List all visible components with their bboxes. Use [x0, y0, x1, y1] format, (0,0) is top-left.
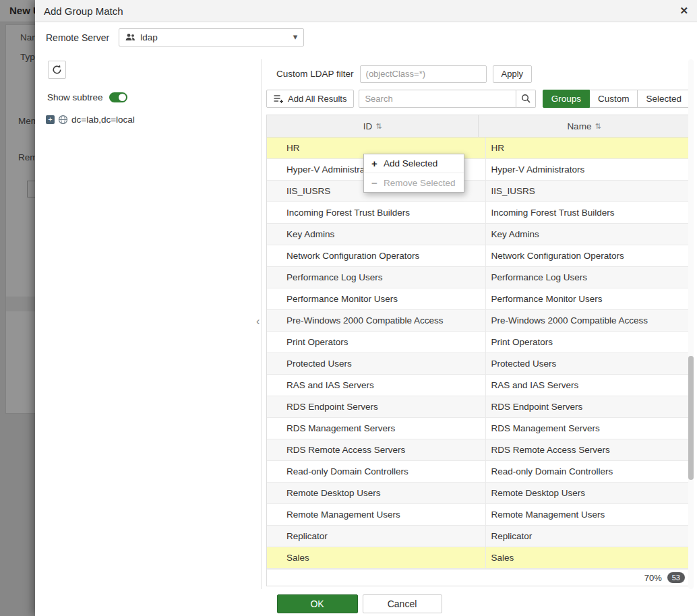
remote-server-value: ldap [140, 32, 158, 42]
ok-button[interactable]: OK [277, 594, 358, 613]
add-all-results-button[interactable]: Add All Results [266, 90, 354, 108]
cell-name: IIS_IUSRS [486, 181, 690, 202]
remote-server-label: Remote Server [46, 32, 109, 43]
cell-id: Key Admins [267, 224, 486, 245]
cell-name: RDS Management Servers [486, 418, 690, 439]
table-row[interactable]: Remote Desktop UsersRemote Desktop Users [267, 483, 690, 504]
remote-server-row: Remote Server ldap ▾ [46, 28, 304, 47]
add-group-match-dialog: Add Group Match ✕ Remote Server ldap ▾ S… [35, 0, 697, 616]
cell-id: Remote Desktop Users [267, 483, 486, 503]
cell-id: Print Operators [267, 332, 486, 352]
cell-name: Remote Desktop Users [486, 483, 690, 503]
cell-id: RAS and IAS Servers [267, 375, 486, 396]
cell-name: Network Configuration Operators [486, 245, 690, 266]
search-button[interactable] [516, 90, 536, 108]
refresh-icon [52, 65, 62, 75]
cancel-button[interactable]: Cancel [363, 594, 442, 613]
cell-name: Performance Monitor Users [486, 288, 690, 309]
table-row[interactable]: SalesSales [267, 547, 690, 569]
chevron-down-icon: ▾ [293, 32, 298, 42]
cell-name: HR [486, 137, 690, 158]
context-menu-add-selected[interactable]: + Add Selected [364, 154, 464, 173]
search-icon [521, 94, 531, 103]
table-row[interactable]: Key AdminsKey Admins [267, 224, 690, 245]
result-count-badge: 53 [667, 572, 685, 583]
cell-id: Protected Users [267, 353, 486, 374]
context-menu-remove-selected[interactable]: − Remove Selected [364, 173, 464, 192]
apply-button[interactable]: Apply [493, 65, 533, 83]
sort-icon: ⇅ [595, 122, 601, 131]
cell-name: Key Admins [486, 224, 690, 245]
dialog-title: Add Group Match [44, 5, 123, 17]
search-input[interactable] [359, 90, 516, 108]
table-row[interactable]: Network Configuration OperatorsNetwork C… [267, 245, 690, 267]
table-row[interactable]: Pre-Windows 2000 Compatible AccessPre-Wi… [267, 310, 690, 332]
table-row[interactable]: Remote Management UsersRemote Management… [267, 504, 690, 526]
table-footer: 70% 53 [266, 569, 690, 586]
dialog-actions: OK Cancel [35, 594, 684, 613]
table-row[interactable]: Hyper-V AdministratorsHyper-V Administra… [267, 159, 690, 181]
close-icon[interactable]: ✕ [679, 5, 688, 17]
tab-selected[interactable]: Selected [638, 90, 690, 108]
table-row[interactable]: IIS_IUSRSIIS_IUSRS [267, 181, 690, 202]
column-header-name-label: Name [567, 121, 591, 131]
table-row[interactable]: HRHR [267, 137, 690, 159]
remote-server-dropdown[interactable]: ldap ▾ [119, 28, 304, 47]
cell-id: Remote Management Users [267, 504, 486, 525]
table-row[interactable]: Protected UsersProtected Users [267, 353, 690, 375]
cell-name: RDS Endpoint Servers [486, 396, 690, 417]
cell-name: Protected Users [486, 353, 690, 374]
cell-id: Performance Log Users [267, 267, 486, 288]
add-all-results-label: Add All Results [288, 94, 346, 104]
tab-custom[interactable]: Custom [590, 90, 638, 108]
table-row[interactable]: Read-only Domain ControllersRead-only Do… [267, 461, 690, 483]
table-row[interactable]: Incoming Forest Trust BuildersIncoming F… [267, 202, 690, 224]
list-plus-icon [274, 94, 284, 103]
results-pane: Custom LDAP filter Apply Add All Results [266, 65, 690, 586]
ldap-tree-root[interactable]: + dc=lab,dc=local [46, 115, 135, 125]
collapse-pane-icon[interactable]: ‹ [256, 315, 260, 328]
table-row[interactable]: RDS Remote Access ServersRDS Remote Acce… [267, 439, 690, 461]
column-header-id[interactable]: ID ⇅ [267, 115, 479, 137]
ldap-filter-input[interactable] [360, 65, 487, 83]
show-subtree-row: Show subtree [47, 92, 127, 102]
cell-name: Read-only Domain Controllers [486, 461, 690, 482]
column-header-id-label: ID [363, 121, 373, 131]
toggle-knob [119, 94, 126, 101]
cell-name: Sales [486, 547, 690, 568]
pane-divider [261, 59, 262, 589]
cell-name: RAS and IAS Servers [486, 375, 690, 396]
search-box [359, 90, 536, 108]
groups-table: ID ⇅ Name ⇅ HRHRHyper-V AdministratorsHy… [266, 115, 690, 569]
table-row[interactable]: Performance Log UsersPerformance Log Use… [267, 267, 690, 288]
cell-name: Print Operators [486, 332, 690, 352]
cell-id: Incoming Forest Trust Builders [267, 202, 486, 223]
show-subtree-toggle[interactable] [109, 92, 127, 102]
tree-expand-icon[interactable]: + [46, 115, 55, 124]
cell-id: RDS Management Servers [267, 418, 486, 439]
column-header-name[interactable]: Name ⇅ [479, 115, 690, 137]
cell-name: RDS Remote Access Servers [486, 439, 690, 460]
table-row[interactable]: RDS Endpoint ServersRDS Endpoint Servers [267, 396, 690, 418]
plus-icon: + [371, 158, 378, 169]
tree-root-label: dc=lab,dc=local [71, 115, 135, 125]
cell-id: RDS Remote Access Servers [267, 439, 486, 460]
table-row[interactable]: RAS and IAS ServersRAS and IAS Servers [267, 375, 690, 396]
table-row[interactable]: ReplicatorReplicator [267, 526, 690, 547]
cell-id: RDS Endpoint Servers [267, 396, 486, 417]
table-row[interactable]: Print OperatorsPrint Operators [267, 332, 690, 353]
ldap-filter-label: Custom LDAP filter [276, 69, 354, 79]
tab-groups[interactable]: Groups [543, 90, 590, 108]
cell-id: Sales [267, 547, 486, 568]
cell-name: Pre-Windows 2000 Compatible Access [486, 310, 690, 331]
results-tabs: Groups Custom Selected [543, 90, 690, 108]
scrollbar-thumb[interactable] [688, 356, 694, 480]
table-row[interactable]: RDS Management ServersRDS Management Ser… [267, 418, 690, 439]
zoom-level: 70% [644, 573, 662, 583]
cell-name: Performance Log Users [486, 267, 690, 288]
table-row[interactable]: Performance Monitor UsersPerformance Mon… [267, 288, 690, 310]
refresh-button[interactable] [48, 61, 66, 79]
table-body: HRHRHyper-V AdministratorsHyper-V Admini… [267, 137, 690, 569]
cell-id: Network Configuration Operators [267, 245, 486, 266]
results-toolbar: Add All Results Groups Custom Selected [266, 89, 690, 108]
